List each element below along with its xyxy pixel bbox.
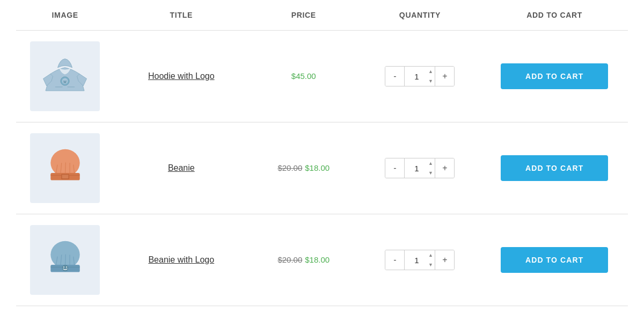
table-row: W Hoodie with Logo$45.00-▲▼+ADD TO CART	[16, 31, 628, 122]
price-original-beanie: $20.00	[277, 163, 302, 172]
product-image-beanie-logo	[30, 225, 100, 295]
quantity-cell-hoodie-logo: -▲▼+	[358, 31, 481, 122]
product-price-cell-beanie-logo: $20.00$18.00	[248, 214, 358, 306]
price-sale-beanie-logo: $18.00	[305, 255, 330, 264]
quantity-control-beanie-logo: -▲▼+	[385, 250, 455, 270]
quantity-input-beanie-logo[interactable]	[405, 250, 426, 270]
product-title-cell-beanie: Beanie	[114, 122, 248, 214]
price-original-beanie-logo: $20.00	[277, 255, 302, 264]
product-title-cell-beanie-logo: Beanie with Logo	[114, 214, 248, 306]
quantity-input-wrap-beanie-logo: ▲▼	[405, 250, 435, 270]
quantity-plus-hoodie-logo[interactable]: +	[435, 66, 454, 86]
table-row: Beanie$20.00$18.00-▲▼+ADD TO CART	[16, 122, 628, 214]
quantity-plus-beanie[interactable]: +	[435, 158, 454, 178]
product-image-hoodie-logo: W	[30, 41, 100, 111]
svg-rect-9	[62, 175, 68, 178]
quantity-input-beanie[interactable]	[405, 158, 426, 178]
product-table: IMAGE TITLE PRICE QUANTITY ADD TO CART W…	[16, 0, 628, 306]
svg-text:W: W	[63, 80, 67, 84]
product-price-cell-hoodie-logo: $45.00	[248, 31, 358, 122]
quantity-input-wrap-beanie: ▲▼	[405, 158, 435, 178]
product-image-cell-beanie-logo	[16, 214, 114, 306]
cart-cell-beanie-logo: ADD TO CART	[481, 214, 628, 306]
quantity-spin-down-hoodie-logo[interactable]: ▼	[426, 76, 435, 86]
col-header-title: TITLE	[114, 0, 248, 31]
quantity-minus-beanie-logo[interactable]: -	[385, 250, 405, 270]
quantity-cell-beanie-logo: -▲▼+	[358, 214, 481, 306]
quantity-minus-hoodie-logo[interactable]: -	[385, 66, 405, 86]
svg-line-23	[65, 254, 65, 265]
quantity-input-wrap-hoodie-logo: ▲▼	[405, 66, 435, 86]
product-image-cell-hoodie-logo: W	[16, 31, 114, 122]
quantity-cell-beanie: -▲▼+	[358, 122, 481, 214]
col-header-image: IMAGE	[16, 0, 114, 31]
col-header-price: PRICE	[248, 0, 358, 31]
quantity-input-hoodie-logo[interactable]	[405, 66, 426, 86]
svg-point-18	[62, 265, 68, 271]
quantity-control-hoodie-logo: -▲▼+	[385, 66, 455, 86]
product-title-beanie[interactable]: Beanie	[168, 163, 195, 172]
quantity-spinners-beanie: ▲▼	[426, 158, 435, 178]
quantity-spin-up-beanie-logo[interactable]: ▲	[426, 250, 435, 260]
col-header-quantity: QUANTITY	[358, 0, 481, 31]
cart-cell-hoodie-logo: ADD TO CART	[481, 31, 628, 122]
price-regular-hoodie-logo: $45.00	[291, 71, 316, 81]
add-to-cart-button-beanie-logo[interactable]: ADD TO CART	[501, 247, 608, 273]
table-header-row: IMAGE TITLE PRICE QUANTITY ADD TO CART	[16, 0, 628, 31]
table-row: Beanie with Logo$20.00$18.00-▲▼+ADD TO C…	[16, 214, 628, 306]
quantity-spin-down-beanie[interactable]: ▼	[426, 168, 435, 178]
svg-point-20	[66, 266, 67, 267]
quantity-spinners-beanie-logo: ▲▼	[426, 250, 435, 270]
product-title-hoodie-logo[interactable]: Hoodie with Logo	[148, 71, 215, 81]
quantity-minus-beanie[interactable]: -	[385, 158, 405, 178]
add-to-cart-button-beanie[interactable]: ADD TO CART	[501, 155, 608, 181]
cart-cell-beanie: ADD TO CART	[481, 122, 628, 214]
product-table-container: IMAGE TITLE PRICE QUANTITY ADD TO CART W…	[0, 0, 644, 306]
svg-point-19	[63, 266, 64, 267]
quantity-spin-down-beanie-logo[interactable]: ▼	[426, 260, 435, 270]
svg-line-12	[65, 162, 65, 173]
add-to-cart-button-hoodie-logo[interactable]: ADD TO CART	[501, 63, 608, 89]
price-sale-beanie: $18.00	[305, 163, 330, 172]
quantity-spinners-hoodie-logo: ▲▼	[426, 66, 435, 86]
quantity-spin-up-hoodie-logo[interactable]: ▲	[426, 67, 435, 76]
quantity-plus-beanie-logo[interactable]: +	[435, 250, 454, 270]
quantity-spin-up-beanie[interactable]: ▲	[426, 158, 435, 168]
col-header-cart: ADD TO CART	[481, 0, 628, 31]
product-image-cell-beanie	[16, 122, 114, 214]
product-title-beanie-logo[interactable]: Beanie with Logo	[148, 255, 214, 264]
product-image-beanie	[30, 133, 100, 203]
product-price-cell-beanie: $20.00$18.00	[248, 122, 358, 214]
product-title-cell-hoodie-logo: Hoodie with Logo	[114, 31, 248, 122]
quantity-control-beanie: -▲▼+	[385, 158, 455, 178]
